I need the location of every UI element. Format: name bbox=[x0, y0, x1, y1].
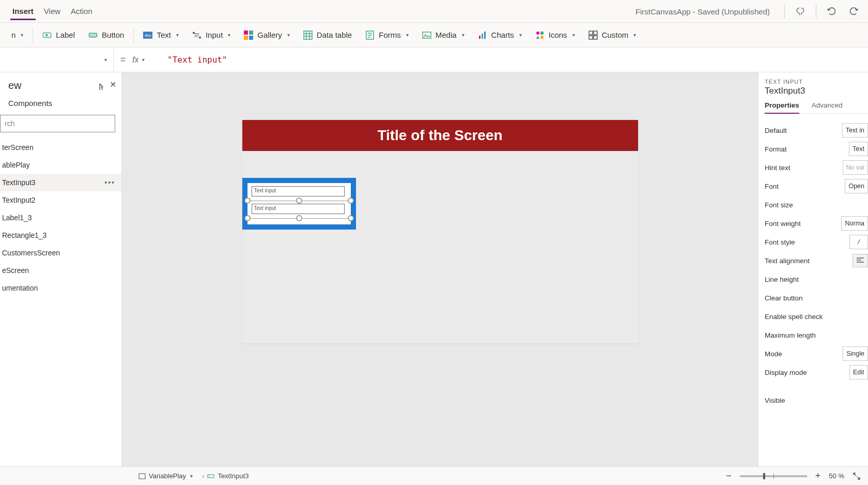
prop-font-value[interactable]: Open bbox=[845, 179, 868, 193]
svg-rect-18 bbox=[540, 32, 544, 35]
more-icon[interactable]: ••• bbox=[104, 178, 115, 187]
formula-input[interactable] bbox=[163, 55, 868, 65]
svg-marker-19 bbox=[536, 36, 539, 39]
advanced-tab[interactable]: Advanced bbox=[812, 101, 843, 113]
separator bbox=[33, 27, 33, 43]
tree-item-selected[interactable]: TextInput3••• bbox=[0, 174, 121, 191]
formula-bar: ▾ = fx▾ bbox=[0, 48, 868, 72]
tree-item[interactable]: terScreen bbox=[0, 139, 121, 156]
text-button[interactable]: Abc Text▾ bbox=[137, 27, 185, 43]
undo-icon[interactable] bbox=[826, 5, 838, 18]
app-checker-icon[interactable] bbox=[794, 5, 807, 18]
svg-rect-9 bbox=[249, 36, 253, 40]
prop-display-mode: Display modeEdit bbox=[765, 363, 868, 382]
charts-icon bbox=[478, 31, 487, 40]
breadcrumb-control[interactable]: › TextInput3 bbox=[202, 472, 249, 480]
prop-hint-text: Hint textNo val bbox=[765, 158, 868, 177]
label-button[interactable]: Label bbox=[36, 27, 81, 43]
custom-icon bbox=[588, 31, 598, 40]
menu-view[interactable]: View bbox=[39, 3, 66, 20]
button-button[interactable]: Button bbox=[82, 27, 130, 43]
menu-action[interactable]: Action bbox=[66, 3, 98, 20]
fx-button[interactable]: fx▾ bbox=[132, 55, 163, 65]
media-button[interactable]: Media▾ bbox=[416, 27, 471, 43]
menu-insert[interactable]: Insert bbox=[7, 3, 39, 20]
tree-item[interactable]: Label1_3 bbox=[0, 209, 121, 226]
input-button[interactable]: Input▾ bbox=[186, 27, 237, 43]
redo-icon[interactable] bbox=[847, 5, 860, 18]
property-selector[interactable]: ▾ bbox=[0, 48, 114, 72]
text-input-control-1[interactable]: Text input bbox=[252, 186, 345, 196]
svg-rect-26 bbox=[208, 475, 214, 478]
prop-text-alignment: Text alignment bbox=[765, 251, 868, 270]
svg-rect-22 bbox=[594, 31, 597, 35]
svg-point-4 bbox=[193, 32, 194, 34]
separator bbox=[816, 5, 816, 18]
zoom-slider[interactable] bbox=[740, 475, 807, 477]
svg-rect-25 bbox=[139, 474, 145, 479]
chevron-down-icon: ▾ bbox=[572, 32, 575, 38]
prop-default-value[interactable]: Text in bbox=[842, 123, 868, 138]
tree-item[interactable]: umentation bbox=[0, 279, 121, 297]
tree-item[interactable]: eScreen bbox=[0, 262, 121, 279]
tree-item[interactable]: TextInput2 bbox=[0, 191, 121, 209]
svg-rect-15 bbox=[482, 34, 483, 39]
icons-button[interactable]: Icons▾ bbox=[529, 27, 581, 43]
prop-font-style-value[interactable]: / bbox=[849, 235, 868, 249]
data-table-icon bbox=[303, 31, 313, 40]
prop-format-value[interactable]: Text bbox=[849, 142, 868, 156]
tree-item[interactable]: ablePlay bbox=[0, 156, 121, 174]
data-table-button[interactable]: Data table bbox=[297, 27, 358, 43]
prop-mode: ModeSingle bbox=[765, 344, 868, 363]
components-tab[interactable]: Components bbox=[0, 95, 121, 112]
prop-mode-value[interactable]: Single bbox=[843, 346, 868, 361]
tree-item[interactable]: CustomersScreen bbox=[0, 244, 121, 262]
svg-point-5 bbox=[199, 37, 200, 38]
resize-handle[interactable] bbox=[244, 198, 251, 204]
prop-spell-check: Enable spell check bbox=[765, 307, 868, 326]
prop-display-mode-value[interactable]: Edit bbox=[849, 365, 868, 380]
resize-handle[interactable] bbox=[296, 198, 302, 204]
resize-handle[interactable] bbox=[348, 198, 354, 204]
search-input[interactable]: rch bbox=[0, 115, 115, 132]
prop-font-weight-value[interactable]: Norma bbox=[841, 216, 868, 231]
new-screen-button[interactable]: n▾ bbox=[5, 27, 29, 42]
zoom-out-button[interactable]: − bbox=[726, 471, 732, 481]
resize-handle[interactable] bbox=[244, 215, 251, 221]
properties-tab[interactable]: Properties bbox=[765, 101, 799, 113]
icons-icon bbox=[535, 31, 545, 40]
chevron-down-icon: ▾ bbox=[406, 32, 409, 38]
fit-to-window-icon[interactable] bbox=[853, 472, 861, 480]
custom-button[interactable]: Custom▾ bbox=[582, 27, 643, 43]
prop-font-weight: Font weightNorma bbox=[765, 214, 868, 233]
chevron-down-icon: ▾ bbox=[287, 32, 290, 38]
canvas-area[interactable]: Title of the Screen Text input Text inpu… bbox=[122, 72, 758, 466]
prop-font-style: Font style/ bbox=[765, 233, 868, 251]
chevron-down-icon: ▾ bbox=[142, 57, 144, 63]
chevron-down-icon: ▾ bbox=[21, 32, 23, 38]
charts-button[interactable]: Charts▾ bbox=[472, 27, 528, 43]
equals-sign: = bbox=[114, 54, 132, 65]
screen-stage[interactable]: Title of the Screen Text input Text inpu… bbox=[242, 120, 638, 343]
resize-handle[interactable] bbox=[296, 215, 302, 221]
tree-list: terScreen ablePlay TextInput3••• TextInp… bbox=[0, 139, 121, 297]
breadcrumb-screen[interactable]: VariablePlay ▾ bbox=[138, 472, 193, 480]
forms-button[interactable]: Forms▾ bbox=[359, 27, 415, 43]
selection-box[interactable]: Text input Text input bbox=[242, 178, 356, 230]
align-left-button[interactable] bbox=[853, 254, 868, 267]
svg-rect-21 bbox=[589, 31, 593, 35]
prop-clear-button: Clear button bbox=[765, 289, 868, 307]
svg-rect-23 bbox=[589, 36, 593, 39]
prop-hint-text-value[interactable]: No val bbox=[843, 160, 868, 175]
chevron-down-icon: ▾ bbox=[462, 32, 464, 38]
resize-handle[interactable] bbox=[348, 215, 354, 221]
zoom-in-button[interactable]: + bbox=[815, 471, 821, 481]
text-input-control-2[interactable]: Text input bbox=[252, 204, 345, 214]
screen-title-banner[interactable]: Title of the Screen bbox=[242, 120, 638, 151]
tree-item[interactable]: Rectangle1_3 bbox=[0, 226, 121, 244]
close-icon[interactable]: ✕ bbox=[110, 80, 116, 89]
gallery-button[interactable]: Gallery▾ bbox=[238, 27, 296, 43]
prop-font-size: Font size bbox=[765, 195, 868, 214]
svg-rect-10 bbox=[304, 31, 312, 39]
separator bbox=[784, 5, 785, 18]
